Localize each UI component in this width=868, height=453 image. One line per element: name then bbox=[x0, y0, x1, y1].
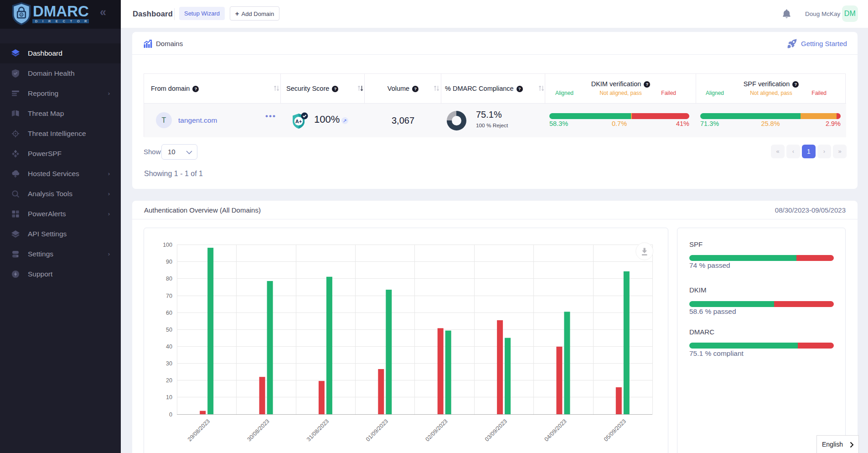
svg-text:40: 40 bbox=[166, 344, 172, 350]
svg-text:03/09/2023: 03/09/2023 bbox=[484, 418, 508, 443]
svg-text:30/08/2023: 30/08/2023 bbox=[246, 418, 270, 443]
svg-text:04/09/2023: 04/09/2023 bbox=[543, 418, 568, 443]
svg-text:30: 30 bbox=[166, 360, 172, 367]
svg-text:29/08/2023: 29/08/2023 bbox=[186, 418, 211, 443]
svg-text:@: @ bbox=[20, 13, 23, 16]
svg-text:01/09/2023: 01/09/2023 bbox=[365, 418, 389, 443]
svg-text:02/09/2023: 02/09/2023 bbox=[424, 418, 449, 443]
svg-text:70: 70 bbox=[166, 293, 172, 299]
svg-text:05/09/2023: 05/09/2023 bbox=[603, 418, 627, 443]
svg-text:60: 60 bbox=[166, 310, 172, 316]
svg-text:100: 100 bbox=[163, 242, 172, 248]
svg-text:50: 50 bbox=[166, 327, 172, 333]
svg-text:20: 20 bbox=[166, 377, 172, 384]
svg-text:80: 80 bbox=[166, 276, 172, 282]
svg-text:90: 90 bbox=[166, 259, 172, 265]
svg-text:A+: A+ bbox=[295, 119, 302, 124]
svg-text:31/08/2023: 31/08/2023 bbox=[305, 418, 330, 443]
svg-text:0: 0 bbox=[169, 411, 172, 418]
svg-text:10: 10 bbox=[166, 394, 172, 401]
